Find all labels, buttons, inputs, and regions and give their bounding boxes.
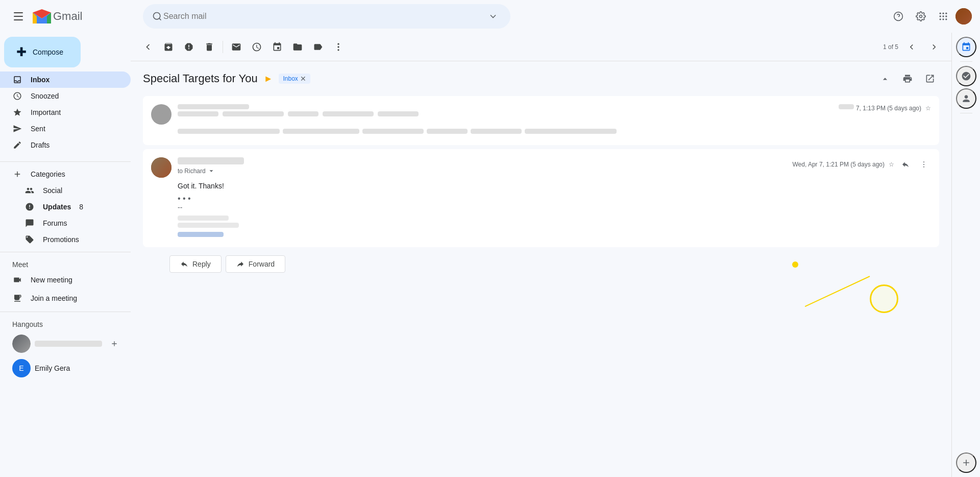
gmail-text-label: Gmail xyxy=(53,10,82,23)
move-to-button[interactable] xyxy=(288,38,307,56)
sidebar-item-snoozed[interactable]: Snoozed xyxy=(0,88,131,104)
hangout-item-emily[interactable]: E Emily Gera xyxy=(12,357,122,379)
email-content: Special Targets for You ► Inbox ✕ xyxy=(131,61,951,281)
sidebar-item-drafts[interactable]: Drafts xyxy=(0,137,131,153)
toolbar-separator-1 xyxy=(223,41,223,53)
emily-name: Emily Gera xyxy=(35,364,122,372)
forward-button[interactable]: Forward xyxy=(226,255,285,273)
svg-point-7 xyxy=(945,13,947,14)
thread-time-text-2: Wed, Apr 7, 1:21 PM (5 days ago) xyxy=(792,161,885,168)
email-view: 1 of 5 Special Targets for You ► Inbox ✕ xyxy=(131,33,951,477)
categories-label: Categories xyxy=(31,170,122,178)
body-blurred-1d xyxy=(427,129,468,134)
svg-line-1 xyxy=(159,18,161,20)
right-panel-calendar-button[interactable] xyxy=(956,37,976,57)
forward-label: Forward xyxy=(249,260,275,268)
drafts-icon xyxy=(12,140,22,150)
sent-label: Sent xyxy=(31,125,122,133)
right-panel-tasks-button[interactable] xyxy=(956,66,976,86)
svg-point-11 xyxy=(940,18,941,20)
back-button[interactable] xyxy=(139,38,157,56)
snooze-button[interactable] xyxy=(248,38,266,56)
body-blurred-1a xyxy=(178,129,280,134)
inbox-tag-label: Inbox xyxy=(283,75,298,82)
collapse-all-button[interactable] xyxy=(876,69,894,88)
sender-blurred-1 xyxy=(178,104,249,109)
svg-point-0 xyxy=(154,13,160,19)
search-input[interactable] xyxy=(163,12,484,21)
reply-small-button-2[interactable] xyxy=(898,157,913,172)
star-button-2[interactable]: ☆ xyxy=(889,161,894,168)
report-spam-button[interactable] xyxy=(180,38,198,56)
compose-button-wrap: ✚ Compose xyxy=(4,37,122,67)
new-meeting-icon xyxy=(12,275,22,285)
menu-icon[interactable] xyxy=(8,6,29,27)
reply-button[interactable]: Reply xyxy=(169,255,222,273)
detail-blurred-1e xyxy=(378,111,419,116)
thread-avatar-1 xyxy=(151,104,172,125)
annotation-arrow xyxy=(805,276,870,307)
sidebar-categories-header[interactable]: Categories xyxy=(0,166,131,182)
archive-button[interactable] xyxy=(159,38,178,56)
open-in-new-button[interactable] xyxy=(921,69,939,88)
apps-button[interactable] xyxy=(933,6,953,27)
important-icon xyxy=(12,107,22,117)
topbar: Gmail xyxy=(0,0,980,33)
search-bar[interactable] xyxy=(143,4,510,29)
right-panel-contacts-button[interactable] xyxy=(956,88,976,109)
sidebar-item-inbox[interactable]: Inbox xyxy=(0,71,131,88)
sidebar: ✚ Compose Inbox Snoozed Important xyxy=(0,33,131,477)
sidebar-item-promotions[interactable]: Promotions xyxy=(0,231,131,248)
sidebar-item-sent[interactable]: Sent xyxy=(0,121,131,137)
meet-section-title: Meet xyxy=(0,256,131,271)
mark-unread-button[interactable] xyxy=(227,38,246,56)
forums-label: Forums xyxy=(43,219,67,227)
updates-icon xyxy=(24,202,35,212)
social-icon xyxy=(24,185,35,196)
help-button[interactable] xyxy=(888,6,909,27)
thread-avatar-2 xyxy=(151,157,172,178)
pagination-text: 1 of 5 xyxy=(883,43,898,51)
star-button-1[interactable]: ☆ xyxy=(925,105,931,112)
hangout-add-button[interactable] xyxy=(106,336,122,352)
more-options-button[interactable] xyxy=(329,38,348,56)
social-label: Social xyxy=(43,186,62,195)
settings-button[interactable] xyxy=(911,6,931,27)
right-panel-add-button[interactable] xyxy=(956,452,976,473)
compose-button[interactable]: ✚ Compose xyxy=(4,37,81,67)
thread-header-1: 7, 1:13 PM (5 days ago) ☆ xyxy=(151,104,931,125)
join-meeting-icon xyxy=(12,293,22,303)
avatar[interactable] xyxy=(955,8,972,25)
compose-label: Compose xyxy=(33,48,63,56)
sidebar-item-updates[interactable]: Updates 8 xyxy=(0,199,131,215)
ellipsis-dots[interactable]: • • • xyxy=(178,194,931,203)
svg-point-19 xyxy=(923,166,924,168)
gmail-logo: Gmail xyxy=(33,9,82,23)
inbox-tag-close[interactable]: ✕ xyxy=(300,75,306,83)
sidebar-item-social[interactable]: Social xyxy=(0,182,131,199)
print-button[interactable] xyxy=(898,69,917,88)
sent-icon xyxy=(12,124,22,134)
assign-button[interactable] xyxy=(268,38,286,56)
prev-email-button[interactable] xyxy=(902,38,921,56)
right-panel-divider-1 xyxy=(960,61,972,62)
body-blurred-1c xyxy=(362,129,424,134)
delete-button[interactable] xyxy=(200,38,218,56)
label-button[interactable] xyxy=(309,38,327,56)
join-meeting-label: Join a meeting xyxy=(31,294,77,302)
thread-item-2: to Richard Wed, Apr 7, 1:21 PM (5 days a… xyxy=(143,149,939,247)
svg-point-17 xyxy=(923,161,924,162)
email-subject: Special Targets for You xyxy=(143,72,258,85)
thread-meta-2: to Richard xyxy=(178,157,786,175)
sidebar-item-important[interactable]: Important xyxy=(0,104,131,121)
sidebar-item-new-meeting[interactable]: New meeting xyxy=(0,271,131,289)
next-email-button[interactable] xyxy=(925,38,943,56)
promotions-label: Promotions xyxy=(43,235,79,244)
sidebar-item-join-meeting[interactable]: Join a meeting xyxy=(0,289,131,307)
svg-point-9 xyxy=(942,15,944,17)
more-button-2[interactable] xyxy=(917,157,931,172)
hangout-item-1[interactable] xyxy=(12,332,122,355)
search-dropdown-icon[interactable] xyxy=(484,7,502,26)
sidebar-item-forums[interactable]: Forums xyxy=(0,215,131,231)
topbar-right xyxy=(888,6,972,27)
